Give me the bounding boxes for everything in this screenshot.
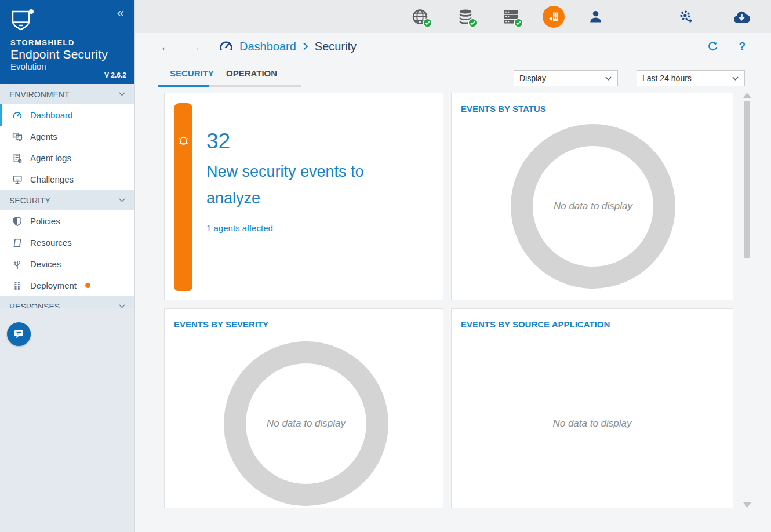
chat-button[interactable] [7, 322, 31, 346]
status-ok-badge-icon [423, 18, 432, 28]
breadcrumb-root-link[interactable]: Dashboard [239, 40, 296, 53]
sidebar-item-agent-logs[interactable]: Agent logs [0, 147, 134, 169]
help-icon[interactable]: ? [739, 40, 745, 53]
sidebar-item-agents[interactable]: Agents [0, 126, 134, 147]
brand-version: V 2.6.2 [104, 71, 126, 79]
notification-dot [85, 283, 90, 288]
nav-section-label: SECURITY [9, 196, 50, 205]
scrollbar-thumb[interactable] [744, 101, 750, 258]
bell-icon [178, 136, 189, 147]
card-title: EVENTS BY SOURCE APPLICATION [461, 319, 610, 329]
chevron-down-icon [119, 92, 125, 96]
sidebar-item-label: Deployment [30, 280, 77, 290]
database-status-icon[interactable] [457, 8, 474, 25]
card-events-by-status: EVENTS BY STATUS No data to display [451, 93, 733, 300]
sidebar-nav: ENVIRONMENTDashboardAgentsAgent logsChal… [0, 84, 134, 308]
deployment-pending-icon[interactable] [543, 6, 565, 28]
refresh-icon[interactable] [707, 41, 719, 52]
sidebar-item-label: Dashboard [30, 110, 72, 120]
internet-status-icon[interactable] [411, 8, 429, 25]
agent-handler-status-icon[interactable] [502, 8, 520, 25]
monitors-icon [12, 132, 23, 142]
period-dropdown[interactable]: Last 24 hours [637, 70, 745, 86]
document-log-icon [12, 153, 23, 163]
chat-icon [13, 328, 25, 340]
shield-icon [12, 216, 23, 227]
card-title: EVENTS BY STATUS [461, 104, 546, 114]
forward-arrow-icon[interactable]: → [188, 40, 201, 53]
alert-agents-affected-link[interactable]: 1 agents affected [206, 223, 380, 233]
user-account-icon[interactable] [588, 9, 603, 24]
tab-security[interactable]: SECURITY [158, 60, 209, 88]
sidebar-item-resources[interactable]: Resources [0, 232, 134, 253]
main-area: ← → Dashboard Security ? SECURITY OPERAT… [135, 0, 771, 532]
breadcrumb-chevron-icon [302, 42, 309, 51]
sidebar-item-label: Challenges [30, 174, 74, 184]
brand-name: STORMSHIELD [10, 38, 126, 47]
alert-title: New security events to analyze [206, 158, 380, 212]
no-data-text: No data to display [529, 417, 656, 431]
stormshield-logo-icon [10, 9, 126, 32]
chevron-down-icon [605, 76, 612, 81]
tab-underline [158, 85, 301, 87]
active-indicator [0, 104, 2, 126]
card-new-security-events[interactable]: 32 New security events to analyze 1 agen… [164, 93, 443, 300]
brand-product: Endpoint Security [10, 48, 126, 61]
sidebar-item-label: Policies [30, 216, 60, 226]
alert-accent-bar [174, 103, 192, 291]
sidebar-item-dashboard[interactable]: Dashboard [0, 104, 134, 126]
vertical-scrollbar[interactable] [743, 92, 751, 510]
sidebar-item-policies[interactable]: Policies [0, 210, 134, 232]
top-toolbar [135, 0, 771, 33]
no-data-text: No data to display [266, 417, 347, 431]
brand-edition: Evolution [10, 61, 126, 71]
no-data-text: No data to display [552, 199, 634, 213]
card-title: EVENTS BY SEVERITY [174, 319, 268, 329]
sidebar-item-devices[interactable]: Devices [0, 253, 134, 275]
status-ok-badge-icon [514, 18, 523, 28]
dashboard-cards: 32 New security events to analyze 1 agen… [135, 88, 771, 508]
alert-count: 32 [206, 129, 380, 154]
display-dropdown-value: Display [519, 74, 546, 83]
sidebar-item-label: Devices [30, 259, 61, 269]
sidebar-item-label: Agents [30, 132, 57, 141]
scroll-icon [12, 238, 23, 248]
nav-section-label: ENVIRONMENT [9, 90, 69, 99]
nav-section-responses[interactable]: RESPONSES [0, 296, 134, 308]
dashboard-gauge-icon [219, 39, 234, 54]
sidebar-footer [0, 308, 134, 532]
card-events-by-severity: EVENTS BY SEVERITY No data to display [164, 308, 443, 508]
nav-section-security[interactable]: SECURITY [0, 190, 134, 210]
card-events-by-source-application: EVENTS BY SOURCE APPLICATION No data to … [451, 308, 733, 508]
updates-icon[interactable] [732, 8, 751, 25]
scroll-down-arrow[interactable] [743, 502, 751, 508]
nav-section-environment[interactable]: ENVIRONMENT [0, 84, 134, 104]
period-dropdown-value: Last 24 hours [642, 74, 692, 83]
sidebar-item-label: Resources [30, 238, 72, 247]
building-icon [12, 280, 23, 291]
breadcrumb: ← → Dashboard Security ? [135, 33, 771, 60]
display-dropdown[interactable]: Display [514, 70, 618, 86]
sidebar: « STORMSHIELD Endpoint Security Evolutio… [0, 0, 135, 532]
collapse-sidebar-icon[interactable]: « [117, 6, 124, 21]
status-ok-badge-icon [468, 18, 478, 28]
controls-row: SECURITY OPERATION Display Last 24 hours [135, 60, 771, 88]
settings-icon[interactable] [679, 9, 694, 24]
nav-section-label: RESPONSES [9, 302, 60, 308]
monitor-challenge-icon [12, 174, 23, 185]
sidebar-item-label: Agent logs [30, 153, 71, 163]
usb-icon [12, 259, 23, 269]
breadcrumb-current: Security [315, 40, 357, 53]
tab-operation[interactable]: OPERATION [209, 60, 301, 88]
scroll-up-arrow[interactable] [743, 93, 751, 98]
back-arrow-icon[interactable]: ← [159, 40, 173, 53]
sidebar-item-challenges[interactable]: Challenges [0, 169, 134, 190]
brand-header: « STORMSHIELD Endpoint Security Evolutio… [0, 0, 134, 84]
chevron-down-icon [732, 76, 739, 81]
sidebar-item-deployment[interactable]: Deployment [0, 275, 134, 296]
chevron-down-icon [119, 198, 125, 202]
gauge-icon [12, 110, 23, 121]
